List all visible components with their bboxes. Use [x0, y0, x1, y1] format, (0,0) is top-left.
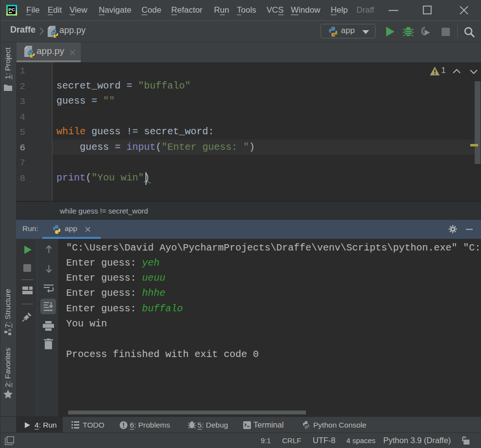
- svg-text:PC: PC: [8, 7, 15, 12]
